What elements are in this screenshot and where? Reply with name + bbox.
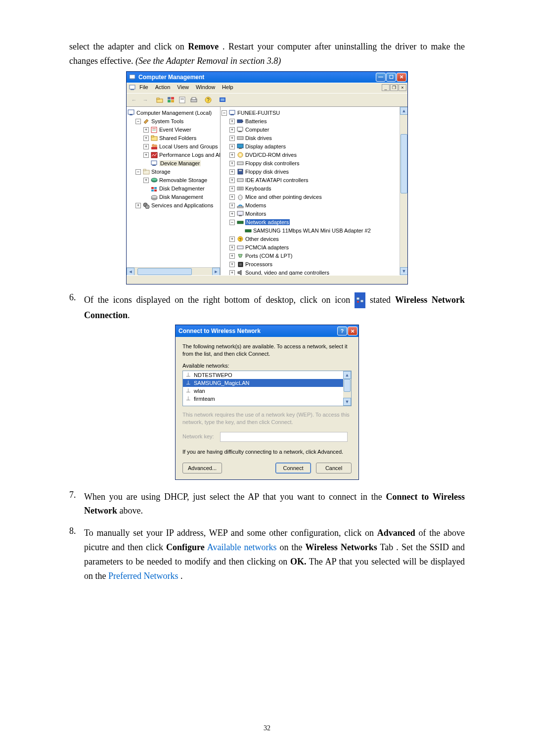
expander-plus-icon[interactable]: + xyxy=(229,245,235,250)
cm-right-vscroll[interactable]: ▲ ▼ xyxy=(400,107,407,275)
wn-listbox[interactable]: ⊥NDTESTWEPO ⊥SAMSUNG_MagicLAN ⊥wlan ⊥fir… xyxy=(182,371,352,406)
expander-plus-icon[interactable]: + xyxy=(229,203,235,208)
dev-disk[interactable]: +Disk drives xyxy=(222,134,406,142)
expander-plus-icon[interactable]: + xyxy=(229,144,235,149)
tree-shared[interactable]: +Shared Folders xyxy=(128,134,219,142)
mdi-minimize[interactable]: _ xyxy=(382,84,390,91)
expander-minus-icon[interactable]: − xyxy=(222,110,227,116)
scroll-up-icon[interactable]: ▲ xyxy=(400,107,407,115)
cm-left-hscroll[interactable]: ◄ ► xyxy=(127,267,220,275)
scroll-thumb[interactable] xyxy=(344,379,351,392)
dev-mice[interactable]: +Mice and other pointing devices xyxy=(222,193,406,201)
scroll-thumb[interactable] xyxy=(137,268,192,275)
dev-processors[interactable]: +Processors xyxy=(222,260,406,269)
close-button[interactable]: ✕ xyxy=(397,73,406,82)
expander-plus-icon[interactable]: + xyxy=(143,136,149,141)
wn-titlebar[interactable]: Connect to Wireless Network ? ✕ xyxy=(176,325,358,337)
menu-file[interactable]: File xyxy=(139,84,148,92)
expander-plus-icon[interactable]: + xyxy=(229,236,235,242)
maximize-button[interactable]: ☐ xyxy=(386,73,396,82)
menu-window[interactable]: Window xyxy=(196,84,215,92)
expander-plus-icon[interactable]: + xyxy=(229,253,235,259)
dev-other[interactable]: +?Other devices xyxy=(222,235,406,243)
cm-titlebar[interactable]: Computer Management — ☐ ✕ xyxy=(127,72,407,83)
dev-keyboards[interactable]: +Keyboards xyxy=(222,185,406,193)
dev-ports[interactable]: +Ports (COM & LPT) xyxy=(222,252,406,260)
dev-pcmcia[interactable]: +PCMCIA adapters xyxy=(222,243,406,252)
cancel-button[interactable]: Cancel xyxy=(316,463,352,473)
tree-root[interactable]: Computer Management (Local) xyxy=(128,109,219,117)
cm-right-tree[interactable]: −FUNEE-FUJITSU +Batteries +Computer +Dis… xyxy=(221,107,407,275)
dev-ide[interactable]: +IDE ATA/ATAPI controllers xyxy=(222,176,406,185)
help-button[interactable]: ? xyxy=(337,327,347,335)
tb-tree[interactable] xyxy=(166,95,177,105)
dev-root[interactable]: −FUNEE-FUJITSU xyxy=(222,109,406,117)
dev-batteries[interactable]: +Batteries xyxy=(222,117,406,126)
wn-list-scroll[interactable]: ▲ ▼ xyxy=(343,371,351,406)
expander-minus-icon[interactable]: − xyxy=(135,169,141,175)
tree-defrag[interactable]: Disk Defragmenter xyxy=(128,185,219,193)
mdi-restore[interactable]: ❐ xyxy=(390,84,398,91)
close-button[interactable]: ✕ xyxy=(348,327,357,335)
tb-back[interactable]: ← xyxy=(129,95,139,105)
expander-plus-icon[interactable]: + xyxy=(229,119,235,124)
expander-plus-icon[interactable]: + xyxy=(229,211,235,217)
expander-plus-icon[interactable]: + xyxy=(143,127,149,133)
tree-eventviewer[interactable]: +Event Viewer xyxy=(128,126,219,134)
expander-plus-icon[interactable]: + xyxy=(229,186,235,191)
tree-removable[interactable]: +Removable Storage xyxy=(128,176,219,185)
tb-props[interactable] xyxy=(177,95,188,105)
expander-plus-icon[interactable]: + xyxy=(143,144,149,149)
expander-minus-icon[interactable]: − xyxy=(135,119,141,124)
network-item[interactable]: ⊥NDTESTWEPO xyxy=(183,371,351,379)
tree-services[interactable]: +Services and Applications xyxy=(128,201,219,210)
tb-fwd[interactable]: → xyxy=(140,95,151,105)
dev-floppyctrl[interactable]: +Floppy disk controllers xyxy=(222,159,406,168)
network-key-input[interactable] xyxy=(220,432,348,442)
dev-computer[interactable]: +Computer xyxy=(222,126,406,134)
expander-plus-icon[interactable]: + xyxy=(229,194,235,200)
network-item[interactable]: ⊥firmteam xyxy=(183,395,351,403)
tb-devmgr[interactable] xyxy=(217,95,228,105)
network-item-selected[interactable]: ⊥SAMSUNG_MagicLAN xyxy=(183,379,351,387)
expander-plus-icon[interactable]: + xyxy=(143,178,149,183)
tb-print[interactable] xyxy=(188,95,199,105)
scroll-down-icon[interactable]: ▼ xyxy=(343,398,351,406)
scroll-thumb[interactable] xyxy=(400,134,407,193)
scroll-up-icon[interactable]: ▲ xyxy=(343,371,351,379)
dev-netadapters[interactable]: −Network adapters xyxy=(222,218,406,227)
expander-plus-icon[interactable]: + xyxy=(229,262,235,267)
dev-sound[interactable]: +Sound, video and game controllers xyxy=(222,269,406,275)
dev-display[interactable]: +Display adapters xyxy=(222,142,406,151)
expander-plus-icon[interactable]: + xyxy=(229,169,235,175)
dev-samsung[interactable]: SAMSUNG 11Mbps WLAN Mini USB Adapter #2 xyxy=(222,227,406,235)
minimize-button[interactable]: — xyxy=(376,73,386,82)
advanced-button[interactable]: Advanced... xyxy=(182,463,222,473)
expander-plus-icon[interactable]: + xyxy=(229,270,235,275)
dev-floppydrv[interactable]: +Floppy disk drives xyxy=(222,168,406,176)
expander-plus-icon[interactable]: + xyxy=(229,178,235,183)
dev-dvdcd[interactable]: +DVD/CD-ROM drives xyxy=(222,151,406,159)
tree-diskmgmt[interactable]: Disk Management xyxy=(128,193,219,201)
tree-perflogs[interactable]: +Performance Logs and Alerts xyxy=(128,151,219,159)
expander-plus-icon[interactable]: + xyxy=(135,203,141,208)
tree-systools[interactable]: −System Tools xyxy=(128,117,219,126)
tb-up[interactable] xyxy=(154,95,165,105)
dev-monitors[interactable]: +Monitors xyxy=(222,210,406,218)
network-item[interactable]: ⊥wlan xyxy=(183,387,351,395)
menu-view[interactable]: View xyxy=(177,84,189,92)
expander-minus-icon[interactable]: − xyxy=(229,220,235,225)
scroll-left-icon[interactable]: ◄ xyxy=(127,268,134,275)
expander-plus-icon[interactable]: + xyxy=(229,136,235,141)
dev-modems[interactable]: +Modems xyxy=(222,201,406,210)
expander-plus-icon[interactable]: + xyxy=(229,127,235,133)
tb-help[interactable]: ? xyxy=(203,95,214,105)
tree-storage[interactable]: −Storage xyxy=(128,168,219,176)
cm-left-tree[interactable]: Computer Management (Local) −System Tool… xyxy=(127,107,221,275)
expander-plus-icon[interactable]: + xyxy=(229,161,235,166)
menu-help[interactable]: Help xyxy=(222,84,233,92)
expander-plus-icon[interactable]: + xyxy=(229,152,235,158)
tree-devmgr[interactable]: Device Manager xyxy=(128,159,219,168)
connect-button[interactable]: Connect xyxy=(275,463,311,473)
menu-action[interactable]: Action xyxy=(155,84,171,92)
